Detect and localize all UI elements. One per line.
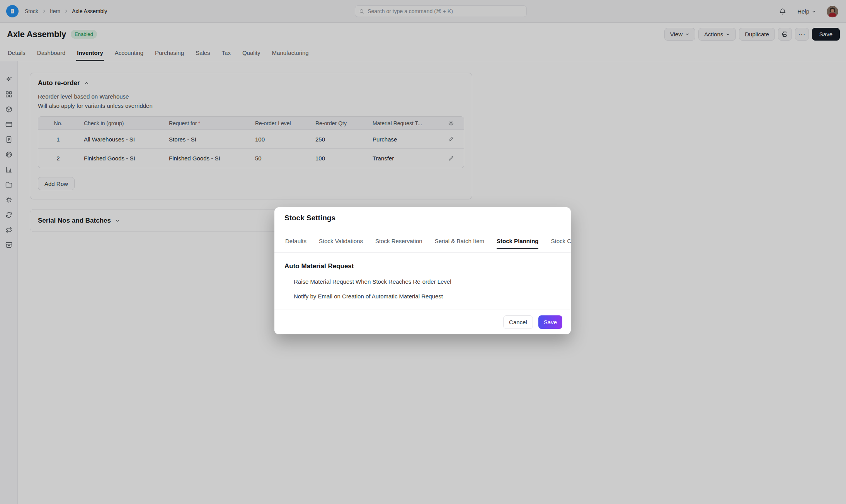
dialog-footer: Cancel Save (274, 310, 571, 334)
dialog-save-button[interactable]: Save (538, 315, 562, 329)
cancel-button[interactable]: Cancel (503, 315, 533, 329)
notify-by-email-option[interactable]: Notify by Email on Creation of Automatic… (294, 293, 561, 300)
dialog-title: Stock Settings (284, 214, 335, 222)
dialog-tab-stock-validations[interactable]: Stock Validations (319, 229, 363, 252)
stock-settings-dialog: Stock Settings Defaults Stock Validation… (274, 207, 571, 334)
dialog-tab-stock-reservation[interactable]: Stock Reservation (375, 229, 422, 252)
auto-material-request-heading: Auto Material Request (284, 262, 561, 270)
dialog-body: Auto Material Request Raise Material Req… (274, 253, 571, 300)
dialog-header: Stock Settings (274, 207, 571, 229)
dialog-tab-stock-planning[interactable]: Stock Planning (497, 229, 538, 252)
dialog-tab-serial-batch-item[interactable]: Serial & Batch Item (435, 229, 484, 252)
dialog-tab-stock-closing[interactable]: Stock Clos (551, 229, 571, 252)
dialog-tab-defaults[interactable]: Defaults (285, 229, 306, 252)
raise-material-request-option[interactable]: Raise Material Request When Stock Reache… (294, 278, 561, 285)
dialog-tabs: Defaults Stock Validations Stock Reserva… (274, 229, 571, 253)
